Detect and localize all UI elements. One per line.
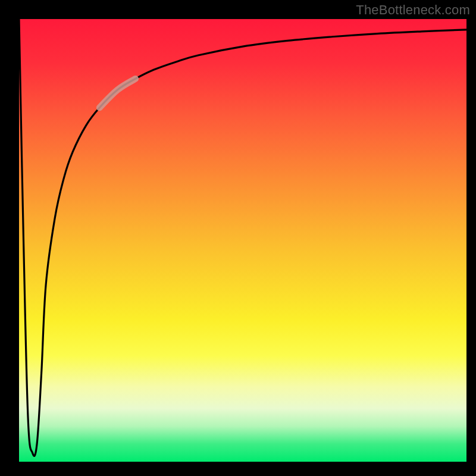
chart-frame: TheBottleneck.com (0, 0, 476, 476)
highlight-path (99, 79, 135, 107)
main-curve (19, 19, 466, 456)
watermark-text: TheBottleneck.com (356, 2, 470, 18)
curve-svg (19, 19, 466, 462)
plot-area (19, 19, 466, 462)
highlight-curve (99, 79, 135, 107)
curve-path (19, 19, 466, 456)
